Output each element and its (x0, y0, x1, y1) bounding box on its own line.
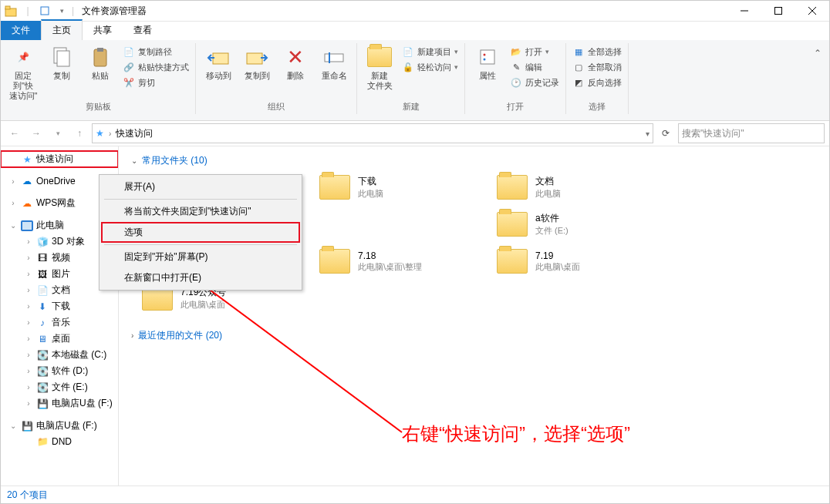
delete-button[interactable]: ✕删除 (278, 43, 313, 81)
tab-home[interactable]: 主页 (41, 19, 83, 40)
svg-rect-8 (57, 51, 69, 66)
easy-access-button[interactable]: 🔓轻松访问▾ (400, 60, 460, 74)
new-folder-button[interactable]: 新建 文件夹 (362, 43, 397, 91)
svg-rect-9 (94, 49, 106, 66)
ctx-options[interactable]: 选项 (101, 222, 300, 243)
nav-usb-f[interactable]: ›💾电脑店U盘 (F:) (1, 395, 118, 412)
qat-dropdown-icon[interactable]: ▾ (55, 4, 69, 18)
address-bar-row: ← → ▾ ↑ ★ › 快速访问 ▾ ⟳ 搜索"快速访问" (1, 121, 829, 146)
svg-rect-15 (481, 50, 494, 64)
select-none-icon: ▢ (572, 61, 585, 73)
ctx-expand[interactable]: 展开(A) (101, 176, 300, 197)
paste-icon (88, 45, 113, 69)
invert-selection-button[interactable]: ◩反向选择 (571, 76, 623, 89)
ribbon-collapse-icon[interactable]: ⌃ (814, 43, 829, 59)
download-folder-icon (319, 172, 350, 203)
invert-icon: ◩ (572, 76, 585, 89)
edit-button[interactable]: ✎编辑 (508, 60, 561, 74)
nav-usb-f-root[interactable]: ⌄💾电脑店U盘 (F:) (1, 418, 118, 434)
folder-icon (319, 246, 350, 277)
address-dropdown-icon[interactable]: ▾ (646, 129, 649, 138)
group-new: 新建 文件夹 📄新建项目▾ 🔓轻松访问▾ 新建 (357, 43, 465, 114)
nav-back-button[interactable]: ← (5, 124, 24, 143)
tile-item[interactable]: a软件文件 (E:) (497, 209, 659, 240)
tile-item[interactable]: 7.18此电脑\桌面\整理 (319, 246, 481, 277)
ctx-pin-current[interactable]: 将当前文件夹固定到"快速访问" (101, 201, 300, 222)
select-none-button[interactable]: ▢全部取消 (571, 60, 623, 74)
nav-doc-e[interactable]: ›💽文件 (E:) (1, 379, 118, 395)
folder-icon: 📁 (36, 435, 49, 448)
nav-quick-access[interactable]: ★快速访问 (1, 151, 118, 167)
section-recent[interactable]: ›最近使用的文件 (20) (131, 329, 822, 342)
properties-button[interactable]: 属性 (470, 43, 505, 81)
rename-icon (322, 45, 346, 69)
doc-folder-icon (497, 172, 528, 203)
copy-icon (49, 45, 74, 69)
copy-to-button[interactable]: 复制到 (239, 43, 275, 81)
nav-downloads[interactable]: ›⬇下载 (1, 298, 118, 314)
pc-icon (21, 220, 33, 232)
nav-forward-button[interactable]: → (27, 124, 46, 143)
qat-properties-icon[interactable] (38, 4, 52, 18)
music-icon: ♪ (36, 317, 49, 329)
open-button[interactable]: 📂打开▾ (508, 45, 561, 59)
paste-button[interactable]: 粘贴 (83, 43, 118, 81)
ctx-pin-start[interactable]: 固定到"开始"屏幕(P) (101, 247, 300, 267)
cut-icon: ✂️ (123, 76, 135, 89)
cube-icon: 🧊 (36, 236, 49, 248)
close-button[interactable] (795, 1, 829, 21)
nav-up-button[interactable]: ↑ (70, 124, 89, 143)
cloud-icon: ☁ (21, 197, 33, 210)
shortcut-icon: 🔗 (123, 61, 135, 73)
path-icon: 📄 (123, 45, 135, 58)
app-icon (4, 4, 18, 18)
search-input[interactable]: 搜索"快速访问" (678, 123, 825, 143)
maximize-button[interactable] (761, 1, 795, 21)
new-folder-icon (367, 45, 392, 69)
nav-local-c[interactable]: ›💽本地磁盘 (C:) (1, 347, 118, 363)
paste-shortcut-button[interactable]: 🔗粘贴快捷方式 (121, 60, 191, 74)
minimize-button[interactable] (727, 1, 761, 21)
tile-item[interactable]: 文档此电脑 (497, 172, 659, 203)
nav-dnd[interactable]: 📁DND (1, 434, 118, 449)
copyto-icon (245, 45, 269, 69)
edit-icon: ✎ (510, 61, 522, 73)
move-to-button[interactable]: 移动到 (201, 43, 236, 81)
ribbon: 📌 固定到"快 速访问" 复制 粘贴 📄复制路径 🔗粘贴快捷方式 ✂️剪切 剪 (1, 40, 829, 121)
rename-button[interactable]: 重命名 (316, 43, 352, 81)
tab-file[interactable]: 文件 (1, 21, 41, 40)
svg-point-16 (484, 54, 486, 56)
nav-soft-d[interactable]: ›💽软件 (D:) (1, 363, 118, 379)
nav-desktop[interactable]: ›🖥桌面 (1, 331, 118, 347)
select-all-icon: ▦ (572, 45, 585, 58)
quick-access-icon: ★ (96, 128, 104, 139)
address-bar[interactable]: ★ › 快速访问 ▾ (92, 123, 653, 143)
pin-quick-access-button[interactable]: 📌 固定到"快 速访问" (5, 43, 41, 101)
history-icon: 🕑 (510, 76, 522, 89)
new-item-button[interactable]: 📄新建项目▾ (400, 45, 460, 59)
ctx-new-window[interactable]: 在新窗口中打开(E) (101, 267, 300, 288)
qat-divider: | (21, 4, 35, 18)
desktop-icon: 🖥 (36, 333, 49, 345)
drive-icon: 💽 (36, 365, 49, 378)
tile-item[interactable]: 7.19此电脑\桌面 (497, 246, 659, 277)
refresh-button[interactable]: ⟳ (656, 124, 675, 143)
cut-button[interactable]: ✂️剪切 (121, 76, 191, 89)
new-item-icon: 📄 (402, 45, 414, 58)
copy-path-button[interactable]: 📄复制路径 (121, 45, 191, 59)
tab-share[interactable]: 共享 (83, 21, 123, 40)
section-frequent[interactable]: ⌄常用文件夹 (10) (131, 154, 822, 167)
delete-icon: ✕ (283, 45, 308, 69)
nav-music[interactable]: ›♪音乐 (1, 314, 118, 331)
copy-button[interactable]: 复制 (44, 43, 79, 81)
group-label: 打开 (470, 101, 561, 114)
usb-icon: 💾 (21, 420, 33, 432)
tile-item[interactable]: 下载此电脑 (319, 172, 481, 203)
tab-view[interactable]: 查看 (123, 21, 163, 40)
group-label: 组织 (201, 101, 352, 114)
nav-recent-dropdown[interactable]: ▾ (49, 124, 67, 143)
select-all-button[interactable]: ▦全部选择 (571, 45, 623, 59)
picture-icon: 🖼 (36, 268, 49, 281)
history-button[interactable]: 🕑历史记录 (508, 76, 561, 89)
group-clipboard: 📌 固定到"快 速访问" 复制 粘贴 📄复制路径 🔗粘贴快捷方式 ✂️剪切 剪 (1, 43, 196, 114)
